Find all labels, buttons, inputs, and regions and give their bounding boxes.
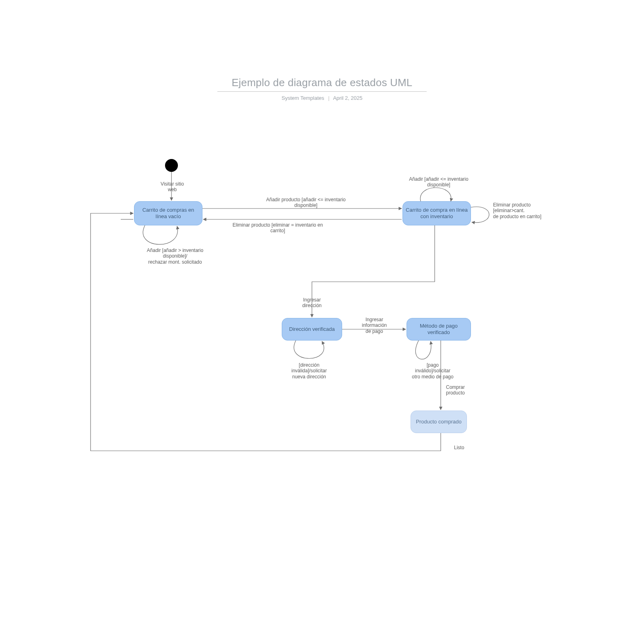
label-enter-address: Ingresar dirección [296,297,328,309]
label-visit-site: Visitar sitio web [156,181,188,193]
state-empty-cart: Carrito de compras en línea vacío [134,201,202,225]
diagram-title: Ejemplo de diagrama de estados UML [0,76,644,89]
edge-remove-self [471,207,489,223]
label-done: Listo [454,445,478,450]
title-underline [217,91,427,92]
label-add-self: Añadir [añadir <= inventario disponible] [398,176,479,188]
state-payment-verified: Método de pago verificado [407,318,471,341]
subtitle-separator: | [328,95,329,101]
label-remove-self: Eliminar producto [eliminar>cant. de pro… [493,202,561,219]
edge-enter-address [312,225,435,317]
label-add-rejected: Añadir [añadir > inventario disponible]/… [133,248,217,265]
label-address-invalid: [dirección inválida]/solicitar nueva dir… [277,362,341,380]
label-remove-all: Eliminar producto [eliminar = inventario… [213,222,342,234]
label-payment-invalid: [pago inválido]/solicitar otro medio de … [398,362,467,380]
edge-payment-invalid [415,341,431,359]
diagram-canvas: Ejemplo de diagrama de estados UML Syste… [0,0,644,644]
initial-state-node [165,159,178,172]
edge-add-self [420,188,451,201]
diagram-subtitle: System Templates | April 2, 2025 [0,95,644,101]
state-product-purchased: Producto comprado [411,411,467,433]
edge-address-invalid [294,341,324,359]
title-block: Ejemplo de diagrama de estados UML Syste… [0,76,644,101]
subtitle-source: System Templates [282,95,324,101]
label-buy-product: Comprar producto [446,384,482,396]
edge-add-rejected [143,225,178,244]
subtitle-date: April 2, 2025 [333,95,362,101]
state-cart-with-inventory: Carrito de compra en línea con inventari… [402,201,471,225]
label-add-product: Añadir producto [añadir <= inventario di… [246,197,366,208]
state-address-verified: Dirección verificada [282,318,342,341]
label-enter-payment: Ingresar información de pago [350,317,398,334]
